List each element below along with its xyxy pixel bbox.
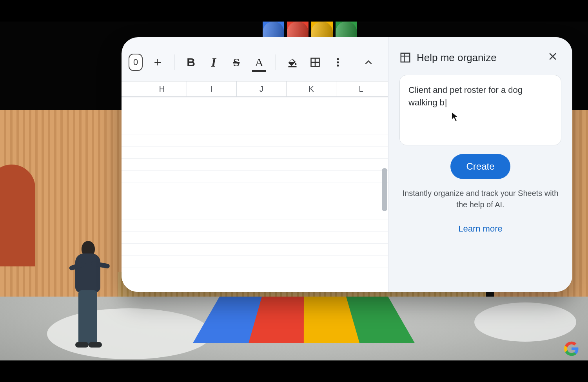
svg-point-5: [337, 61, 339, 63]
column-header[interactable]: H: [137, 81, 187, 96]
spreadsheet-pane: 0 + B I S A: [122, 37, 388, 292]
toolbar-separator: [174, 54, 174, 70]
chevron-up-icon: [363, 57, 374, 68]
cells-area[interactable]: [122, 97, 388, 292]
borders-button[interactable]: [307, 54, 323, 70]
fill-color-button[interactable]: [285, 54, 300, 70]
svg-rect-7: [401, 53, 410, 62]
close-button[interactable]: [544, 49, 561, 66]
help-me-organize-panel: Help me organize Client and pet roster f…: [388, 37, 572, 292]
italic-button[interactable]: I: [206, 54, 221, 70]
text-caret: [445, 98, 447, 107]
column-headers: H I J K L: [122, 81, 388, 97]
panel-header: Help me organize: [399, 49, 561, 66]
paint-bucket-icon: [287, 57, 298, 68]
column-header[interactable]: K: [287, 81, 336, 96]
borders-icon: [310, 57, 321, 68]
insert-button[interactable]: +: [150, 54, 165, 70]
video-frame: 0 + B I S A: [0, 0, 588, 382]
presenter: [67, 241, 110, 351]
sheets-window: 0 + B I S A: [122, 37, 572, 292]
text-color-button[interactable]: A: [251, 54, 267, 70]
floor-stripes: [193, 297, 415, 343]
strikethrough-button[interactable]: S: [229, 54, 244, 70]
svg-point-4: [337, 58, 339, 60]
collapse-toolbar-button[interactable]: [361, 54, 376, 70]
more-vertical-icon: [332, 57, 343, 68]
column-header[interactable]: L: [336, 81, 386, 96]
prompt-input[interactable]: Client and pet roster for a dog walking …: [399, 75, 561, 145]
select-all-corner[interactable]: [122, 81, 137, 96]
stage-scene: 0 + B I S A: [0, 22, 588, 360]
number-format-pill[interactable]: 0: [129, 54, 143, 71]
toolbar: 0 + B I S A: [122, 47, 388, 81]
prompt-text: Client and pet roster for a dog walking …: [408, 85, 523, 107]
bold-button[interactable]: B: [183, 54, 199, 70]
svg-rect-0: [289, 66, 297, 67]
column-header[interactable]: I: [187, 81, 237, 96]
vertical-scrollbar[interactable]: [382, 168, 387, 211]
mouse-cursor-icon: [451, 111, 459, 122]
table-icon: [399, 52, 411, 63]
more-options-button[interactable]: [330, 54, 346, 70]
toolbar-separator: [276, 54, 276, 70]
create-button[interactable]: Create: [450, 154, 510, 179]
google-logo-icon: [564, 341, 579, 357]
svg-point-6: [337, 65, 339, 67]
letterbox-top: [0, 0, 588, 22]
close-icon: [548, 52, 557, 61]
spreadsheet-grid[interactable]: H I J K L: [122, 81, 388, 292]
panel-help-text: Instantly organize and track your Sheets…: [399, 188, 561, 210]
panel-title: Help me organize: [417, 52, 497, 64]
letterbox-bottom: [0, 360, 588, 382]
column-header[interactable]: J: [237, 81, 287, 96]
floor-circle-right: [474, 302, 576, 342]
learn-more-link[interactable]: Learn more: [399, 224, 561, 234]
